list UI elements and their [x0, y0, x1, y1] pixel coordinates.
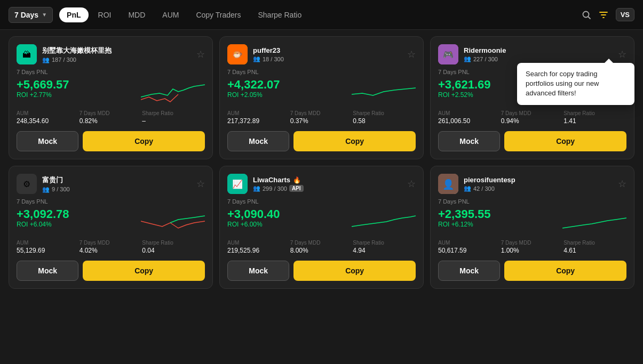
followers-icon-6: 👥	[464, 185, 471, 192]
card-header-1: 🏔 别墅靠大海嫩模杯里抱 👥 187 / 300 ☆	[17, 44, 205, 64]
tab-roi[interactable]: ROI	[91, 7, 119, 22]
svg-line-1	[588, 17, 590, 19]
trader-followers-6: 👥 42 / 300	[464, 185, 613, 192]
stats-row-4: AUM 55,129.69 7 Days MDD 4.02% Sharpe Ra…	[17, 240, 205, 254]
trader-info-3: Ridermoonie 👥 227 / 300	[464, 46, 613, 62]
pnl-value-5: +3,090.40	[227, 208, 280, 221]
followers-icon-2: 👥	[253, 55, 260, 62]
trader-followers-5: 👥 299 / 300 API	[253, 185, 402, 192]
pnl-value-6: +2,395.55	[438, 208, 490, 221]
pnl-value-4: +3,092.78	[17, 208, 69, 221]
pnl-value-3: +3,621.69	[438, 78, 490, 91]
card-header-6: 👤 pierosifuentesp 👥 42 / 300 ☆	[438, 174, 626, 194]
favorite-button-4[interactable]: ☆	[196, 178, 205, 190]
top-nav: 7 Days ▼ PnL ROI MDD AUM Copy Traders Sh…	[0, 0, 643, 30]
svg-text:⚙: ⚙	[23, 180, 30, 189]
roi-text-2: ROI +2.05%	[227, 91, 280, 99]
trader-info-4: 富贵门 👥 9 / 300	[42, 175, 191, 193]
trader-name-3: Ridermoonie	[464, 46, 613, 54]
chart-4	[141, 208, 205, 234]
roi-text-1: ROI +2.77%	[17, 91, 69, 99]
mock-button-6[interactable]: Mock	[438, 261, 500, 281]
followers-icon-4: 👥	[42, 186, 50, 193]
trader-info-1: 别墅靠大海嫩模杯里抱 👥 187 / 300	[42, 46, 191, 63]
vs-badge[interactable]: VS	[616, 8, 634, 21]
avatar-6: 👤	[438, 174, 458, 194]
tab-aum[interactable]: AUM	[155, 7, 186, 22]
trader-name-6: pierosifuentesp	[464, 176, 613, 184]
followers-icon-1: 👥	[42, 56, 50, 63]
tooltip-box: Search for copy trading portfolios using…	[517, 63, 634, 105]
trader-card-2: 🐡 puffer23 👥 18 / 300 ☆ 7 Days PNL +4,32…	[219, 36, 424, 159]
favorite-button-6[interactable]: ☆	[618, 178, 626, 190]
card-header-4: ⚙ 富贵门 👥 9 / 300 ☆	[17, 174, 205, 194]
favorite-button-5[interactable]: ☆	[407, 178, 416, 190]
pnl-label-5: 7 Days PNL	[227, 198, 416, 205]
avatar-2: 🐡	[227, 44, 248, 64]
trader-name-1: 别墅靠大海嫩模杯里抱	[42, 46, 191, 55]
period-dropdown[interactable]: 7 Days ▼	[9, 7, 53, 23]
pnl-label-1: 7 Days PNL	[17, 69, 205, 75]
mock-button-4[interactable]: Mock	[17, 261, 78, 281]
trader-followers-2: 👥 18 / 300	[253, 55, 402, 62]
mock-button-5[interactable]: Mock	[227, 261, 289, 281]
copy-button-6[interactable]: Copy	[504, 261, 626, 281]
trader-info-6: pierosifuentesp 👥 42 / 300	[464, 176, 613, 192]
chart-1	[141, 78, 205, 105]
svg-text:🏔: 🏔	[22, 50, 31, 59]
copy-button-1[interactable]: Copy	[83, 131, 205, 151]
trader-card-1: 🏔 别墅靠大海嫩模杯里抱 👥 187 / 300 ☆ 7 Days PNL +5…	[9, 36, 213, 159]
favorite-button-3[interactable]: ☆	[618, 48, 626, 60]
avatar-5: 📈	[227, 174, 248, 194]
tab-copy-traders[interactable]: Copy Traders	[188, 7, 248, 22]
followers-icon-3: 👥	[464, 55, 471, 62]
chevron-down-icon: ▼	[42, 12, 47, 18]
tab-sharpe-ratio[interactable]: Sharpe Ratio	[250, 7, 309, 22]
roi-text-3: ROI +2.52%	[438, 91, 490, 99]
pnl-label-6: 7 Days PNL	[438, 198, 626, 205]
pnl-label-2: 7 Days PNL	[227, 69, 416, 75]
filter-icon	[599, 10, 608, 20]
chart-2	[352, 78, 416, 105]
avatar-1: 🏔	[17, 44, 37, 64]
mock-button-2[interactable]: Mock	[227, 131, 289, 151]
roi-text-4: ROI +6.04%	[17, 221, 69, 228]
stats-row-5: AUM 219,525.96 7 Days MDD 8.00% Sharpe R…	[227, 240, 416, 254]
copy-button-5[interactable]: Copy	[293, 261, 416, 281]
copy-button-2[interactable]: Copy	[293, 131, 416, 151]
trader-name-2: puffer23	[253, 46, 402, 54]
trader-followers-3: 👥 227 / 300	[464, 55, 613, 62]
search-button[interactable]	[582, 10, 591, 20]
favorite-button-1[interactable]: ☆	[196, 48, 205, 60]
mock-button-1[interactable]: Mock	[17, 131, 78, 151]
trader-name-5: LiwaCharts	[253, 176, 290, 184]
btn-row-2: Mock Copy	[227, 131, 416, 151]
svg-text:📈: 📈	[232, 179, 243, 189]
copy-button-3[interactable]: Copy	[504, 131, 626, 151]
search-icon	[582, 10, 591, 20]
stats-row-6: AUM 50,617.59 7 Days MDD 1.00% Sharpe Ra…	[438, 240, 626, 254]
stats-row-1: AUM 248,354.60 7 Days MDD 0.82% Sharpe R…	[17, 110, 205, 125]
svg-point-0	[583, 11, 589, 17]
favorite-button-2[interactable]: ☆	[407, 48, 416, 60]
avatar-3: 🎮	[438, 44, 458, 64]
period-label: 7 Days	[14, 11, 38, 19]
avatar-4: ⚙	[17, 174, 37, 194]
card-header-3: 🎮 Ridermoonie 👥 227 / 300 ☆	[438, 44, 626, 64]
btn-row-5: Mock Copy	[227, 261, 416, 281]
trader-card-4: ⚙ 富贵门 👥 9 / 300 ☆ 7 Days PNL +3,092.78 R…	[9, 166, 213, 289]
btn-row-6: Mock Copy	[438, 261, 626, 281]
btn-row-3: Mock Copy	[438, 131, 626, 151]
trader-followers-1: 👥 187 / 300	[42, 56, 191, 63]
mock-button-3[interactable]: Mock	[438, 131, 500, 151]
tab-pnl[interactable]: PnL	[59, 7, 88, 22]
tab-mdd[interactable]: MDD	[121, 7, 153, 22]
trader-name-4: 富贵门	[42, 175, 191, 185]
chart-6	[562, 208, 626, 234]
copy-button-4[interactable]: Copy	[83, 261, 205, 281]
followers-icon-5: 👥	[253, 185, 260, 192]
svg-text:🐡: 🐡	[232, 50, 243, 60]
roi-text-6: ROI +6.12%	[438, 221, 490, 228]
trader-info-2: puffer23 👥 18 / 300	[253, 46, 402, 62]
filter-button[interactable]	[599, 10, 608, 20]
